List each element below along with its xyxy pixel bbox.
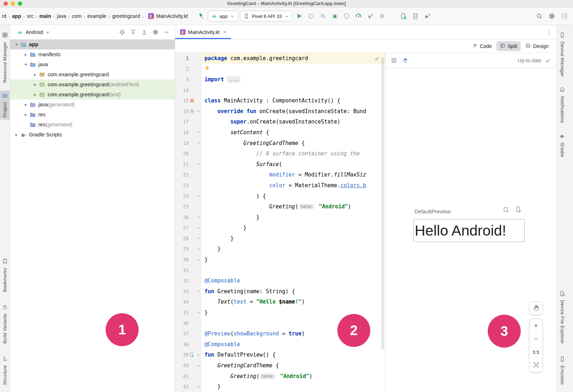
tree-expand-arrow[interactable]: ▸ (32, 82, 38, 87)
tool-button-resource-manager[interactable]: Resource Manager (0, 30, 10, 85)
view-mode-split[interactable]: Split (496, 41, 521, 51)
fold-marker-icon[interactable] (195, 141, 202, 145)
code-line-16[interactable]: 16 override fun onCreate(savedInstanceSt… (175, 106, 385, 117)
breadcrumb-file[interactable]: MainActivity.kt (148, 13, 188, 19)
collapse-all-button[interactable] (140, 28, 149, 37)
fold-marker-icon[interactable] (195, 353, 202, 357)
code-line-23[interactable]: 23 color = MaterialTheme.colors.b (175, 180, 385, 191)
build-button[interactable] (196, 11, 206, 21)
tool-button-project[interactable]: Project (0, 91, 10, 120)
inspections-ok-icon[interactable] (374, 56, 380, 63)
tree-expand-arrow[interactable]: ▸ (23, 112, 29, 117)
tree-expand-arrow[interactable]: ▸ (32, 92, 38, 97)
fold-marker-icon[interactable] (195, 236, 202, 240)
breadcrumb-item-java[interactable]: java (57, 13, 67, 19)
code-line-19[interactable]: 19 GreetingCardTheme { (175, 138, 385, 149)
tree-item-java[interactable]: ▾java (10, 59, 175, 69)
profiler-button[interactable] (353, 11, 363, 21)
project-view-selector[interactable]: Android (26, 29, 43, 35)
code-line-25[interactable]: 25 Greeting(name: "Android") (175, 201, 385, 212)
code-line-27[interactable]: 27 } (175, 223, 385, 233)
code-line-3[interactable]: 3import ... (175, 74, 385, 85)
minimize-window-button[interactable] (11, 1, 15, 6)
preview-name[interactable]: DefaultPreview (414, 208, 451, 214)
tree-expand-arrow[interactable]: ▸ (32, 72, 38, 77)
apply-changes-button[interactable] (306, 11, 316, 21)
code-line-14[interactable]: 14 (175, 85, 385, 96)
expand-all-button[interactable] (129, 28, 138, 37)
breadcrumb-item-greetingcard[interactable]: greetingcard (112, 13, 140, 19)
run-preview-gutter-icon[interactable] (189, 352, 195, 357)
breadcrumb-item-src[interactable]: src (27, 13, 34, 19)
apply-code-changes-button[interactable] (318, 11, 328, 21)
settings-button[interactable] (547, 11, 557, 21)
tool-button-device-file-explorer[interactable]: Device File Explorer (557, 289, 568, 346)
tree-item-com-example-greetingcard[interactable]: ▸com.example.greetingcard (10, 69, 175, 79)
close-window-button[interactable] (4, 1, 8, 6)
code-line-20[interactable]: 20 // A surface container using the (175, 148, 385, 159)
editor-scrollbar[interactable] (381, 57, 384, 349)
fold-marker-icon[interactable] (195, 289, 202, 293)
hide-panel-button[interactable] (162, 28, 171, 37)
search-everywhere-button[interactable] (534, 11, 544, 21)
stop-button[interactable] (377, 11, 387, 21)
run-button[interactable] (294, 11, 304, 21)
code-line-33[interactable]: 33fun Greeting(name: String) { (175, 286, 385, 297)
tree-expand-arrow[interactable]: ▸ (23, 102, 29, 107)
fold-marker-icon[interactable] (195, 215, 202, 219)
code-line-28[interactable]: 28 } (175, 233, 385, 244)
code-line-30[interactable]: 30} (175, 254, 385, 265)
code-line-41[interactable]: 41 Greeting(name: "Android") (175, 371, 385, 382)
device-manager-button[interactable] (399, 11, 409, 21)
tool-button-structure[interactable]: Structure (0, 354, 10, 387)
fold-marker-icon[interactable] (195, 364, 202, 368)
breadcrumb-item-main[interactable]: main (39, 13, 52, 19)
code-line-21[interactable]: 21 Surface( (175, 159, 385, 170)
breadcrumb-item-example[interactable]: example (87, 13, 107, 19)
tree-item-manifests[interactable]: ▸manifests (10, 49, 175, 59)
attach-debugger-button[interactable] (342, 11, 352, 21)
zoom-to-fit-button[interactable] (530, 359, 542, 372)
interactive-mode-icon[interactable] (503, 207, 510, 215)
code-line-39[interactable]: 39fun DefaultPreview() { (175, 350, 385, 360)
fold-marker-icon[interactable] (195, 130, 202, 134)
sync-gradle-button[interactable] (422, 11, 432, 21)
tool-button-gradle[interactable]: Gradle (557, 131, 568, 159)
ui-check-mode-button[interactable] (389, 56, 399, 65)
view-options-button[interactable] (401, 56, 410, 65)
view-mode-code[interactable]: Code (469, 41, 495, 51)
editor-options-button[interactable] (544, 28, 554, 37)
code-line-40[interactable]: 40 GreetingCardTheme { (175, 360, 385, 371)
fold-marker-icon[interactable] (195, 109, 202, 113)
tool-button-device-manager[interactable]: Device Manager (557, 30, 568, 79)
tree-expand-arrow[interactable]: ▾ (23, 62, 29, 67)
code-line-26[interactable]: 26 } (175, 212, 385, 223)
code-line-32[interactable]: 32@Composable (175, 275, 385, 286)
panel-options-button[interactable] (151, 28, 160, 37)
rerun-debug-button[interactable] (365, 11, 375, 21)
fold-marker-icon[interactable] (195, 311, 202, 315)
fold-marker-icon[interactable] (195, 385, 202, 389)
zoom-window-button[interactable] (18, 1, 22, 6)
pan-tool-button[interactable] (529, 302, 543, 315)
tool-button-notifications[interactable]: Notifications (557, 85, 568, 125)
debug-button[interactable] (330, 11, 340, 21)
select-opened-file-button[interactable] (117, 28, 127, 37)
overriding-method-icon[interactable] (189, 109, 195, 114)
tree-expand-arrow[interactable]: ▾ (14, 42, 19, 47)
run-preview-icon[interactable] (515, 206, 522, 214)
profile-avatar[interactable] (559, 11, 569, 21)
tree-item-com-example-greetingcard-androidtest[interactable]: ▸com.example.greetingcard (androidTest) (10, 79, 175, 89)
code-line-22[interactable]: 22 modifier = Modifier.fillMaxSiz (175, 170, 385, 180)
code-line-24[interactable]: 24 ) { (175, 191, 385, 202)
close-tab-icon[interactable] (222, 29, 227, 35)
zoom-actual-size-button[interactable]: 1:1 (530, 345, 542, 359)
intention-bulb-icon[interactable] (204, 66, 212, 72)
breadcrumb-item-com[interactable]: com (72, 13, 82, 19)
module-selector[interactable]: app (208, 11, 239, 21)
tool-button-bookmarks[interactable]: Bookmarks (0, 256, 10, 294)
tree-expand-arrow[interactable]: ▸ (23, 52, 29, 57)
code-line-31[interactable]: 31 (175, 265, 385, 276)
tree-item-app[interactable]: ▾app (10, 39, 175, 49)
code-line-15[interactable]: 15class MainActivity : ComponentActivity… (175, 95, 385, 106)
